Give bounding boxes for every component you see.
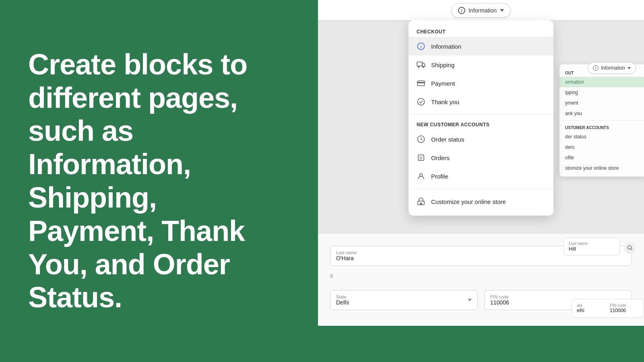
bg-menu-item-thank-you[interactable]: ank you: [559, 108, 644, 119]
bg-menu-item-shipping[interactable]: ipping: [559, 87, 644, 98]
shipping-menu-icon: [417, 60, 425, 69]
bg-accounts-label: USTOMER ACCOUNTS: [559, 122, 644, 132]
search-icon-area: [624, 242, 636, 254]
bg-menu-item-shipping-label: ipping: [565, 90, 578, 95]
store-menu-icon: [417, 197, 425, 206]
bg-dropdown-trigger-label: Information: [601, 65, 625, 71]
dropdown-trigger-area: i Information: [451, 3, 511, 18]
bg-green-bottom: [318, 326, 644, 362]
bg-last-name-value[interactable]: Hill: [569, 246, 615, 252]
svg-rect-2: [417, 62, 422, 66]
bg-state-label: ate: [577, 303, 606, 308]
state-label: State: [336, 294, 349, 299]
menu-item-payment-label: Payment: [431, 80, 455, 87]
menu-divider-2: [409, 189, 553, 189]
bg-pin-label: PIN code: [610, 303, 639, 308]
menu-item-payment[interactable]: Payment: [409, 74, 553, 93]
state-select-arrow-icon: [468, 299, 472, 301]
bg-state-field: ate elhi: [577, 303, 606, 313]
bg-menu-item-thank-you-label: ank you: [565, 111, 582, 116]
svg-text:i: i: [420, 44, 421, 49]
bg-menu-item-profile-label: ofile: [565, 155, 574, 160]
svg-rect-6: [417, 82, 425, 83]
dropdown-trigger-label: Information: [469, 7, 497, 14]
top-bar: i Information: [318, 0, 644, 20]
svg-rect-9: [418, 155, 424, 160]
bg-last-name-field: Last name Hill: [564, 238, 620, 255]
payment-menu-icon: [417, 79, 425, 88]
bg-menu-item-payment[interactable]: yment: [559, 98, 644, 108]
bg-pin-value: 110006: [610, 308, 639, 313]
menu-divider-1: [409, 114, 553, 115]
menu-item-order-status[interactable]: Order status: [409, 130, 553, 148]
menu-item-customize-label: Customize your online store: [431, 198, 506, 205]
bg-pin-field: PIN code 110006: [610, 303, 639, 313]
form-area: Last name Hill Last name O'Hara g State …: [318, 233, 644, 362]
bg-menu-item-customize-label: stomize your online store: [565, 165, 619, 171]
main-dropdown-menu: CHECKOUT i Information Shipping: [409, 20, 553, 216]
info-circle-icon: i: [458, 7, 465, 14]
bg-dropdown-menu: OUT ormation ipping yment ank you USTOME…: [559, 64, 644, 177]
svg-point-7: [418, 99, 425, 105]
bg-state-value: elhi: [577, 308, 606, 313]
menu-item-information-label: Information: [431, 43, 461, 50]
menu-item-orders[interactable]: Orders: [409, 148, 553, 167]
bg-menu-item-profile[interactable]: ofile: [559, 152, 644, 163]
chevron-down-icon: [500, 9, 504, 12]
address-partial-text: g: [330, 272, 632, 278]
bg-menu-item-orders-label: ders: [565, 144, 574, 150]
menu-item-shipping-label: Shipping: [431, 62, 454, 68]
bg-menu-item-order-status-label: der status: [565, 134, 586, 140]
order-status-menu-icon: [417, 135, 425, 144]
headline: Create blocks to different pages, such a…: [28, 48, 290, 314]
menu-item-thank-you[interactable]: Thank you: [409, 93, 553, 111]
menu-item-customize[interactable]: Customize your online store: [409, 192, 553, 211]
state-field[interactable]: State Delhi: [330, 290, 478, 310]
bg-info-circle-icon: i: [593, 65, 599, 71]
svg-point-4: [423, 66, 424, 68]
state-value: Delhi: [336, 299, 349, 306]
search-button[interactable]: [624, 242, 636, 254]
information-dropdown-btn[interactable]: i Information: [451, 3, 511, 18]
orders-menu-icon: [417, 153, 425, 162]
bg-information-dropdown-btn[interactable]: i Information: [588, 62, 636, 74]
info-menu-icon: i: [417, 42, 425, 51]
profile-menu-icon: [417, 172, 425, 181]
menu-item-shipping[interactable]: Shipping: [409, 56, 553, 74]
bg-menu-item-information-label: ormation: [565, 79, 584, 85]
last-name-value: O'Hara: [336, 255, 626, 261]
thankyou-menu-icon: [417, 97, 425, 106]
svg-rect-12: [420, 203, 422, 205]
svg-point-3: [418, 66, 419, 68]
menu-item-orders-label: Orders: [431, 154, 450, 161]
bg-chevron-down-icon: [627, 67, 631, 69]
bg-last-name-label: Last name: [569, 241, 615, 246]
left-panel: Create blocks to different pages, such a…: [0, 0, 318, 362]
checkout-section-label: CHECKOUT: [409, 25, 553, 37]
new-accounts-section-label: NEW CUSTOMER ACCOUNTS: [409, 118, 553, 130]
menu-item-order-status-label: Order status: [431, 136, 464, 143]
bg-state-pin-row: ate elhi PIN code 110006: [572, 299, 644, 318]
bg-divider: [559, 120, 644, 121]
bg-menu-item-information[interactable]: ormation: [559, 77, 644, 87]
bg-menu-item-orders[interactable]: ders: [559, 142, 644, 152]
bg-menu-item-payment-label: yment: [565, 100, 578, 106]
menu-item-profile-label: Profile: [431, 173, 448, 180]
menu-item-profile[interactable]: Profile: [409, 167, 553, 185]
bg-dropdown-trigger-area: i Information: [588, 62, 636, 74]
right-panel: i Information CHECKOUT i Information: [318, 0, 644, 362]
bg-menu-item-order-status[interactable]: der status: [559, 132, 644, 142]
menu-item-thank-you-label: Thank you: [431, 99, 459, 105]
bg-menu-item-customize[interactable]: stomize your online store: [559, 163, 644, 173]
menu-item-information[interactable]: i Information: [409, 37, 553, 56]
